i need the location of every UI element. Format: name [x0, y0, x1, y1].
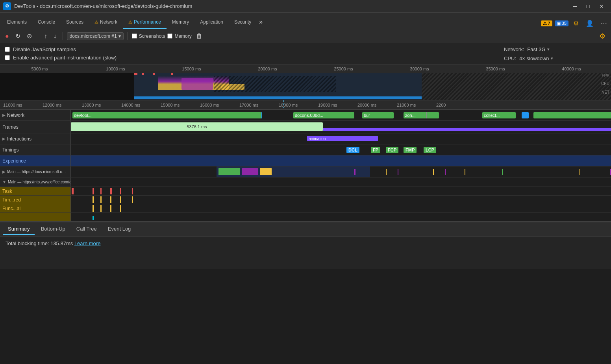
interactions-track-label[interactable]: ▶ Interactions: [0, 133, 71, 144]
profile-button[interactable]: 👤: [583, 18, 596, 29]
marker-2: [142, 73, 144, 75]
dtick-20000: 20000 ms: [356, 103, 395, 107]
experience-label: Experience: [2, 158, 26, 164]
net-bar-bur[interactable]: bur: [362, 112, 394, 118]
tab-event-log[interactable]: Event Log: [103, 224, 136, 235]
clear-recording-button[interactable]: 🗑: [194, 31, 204, 41]
tab-memory[interactable]: Memory: [167, 16, 194, 29]
tick-35000: 35000 ms: [457, 67, 533, 71]
overview-right-hatch: [422, 73, 611, 100]
main1-purple-block: [242, 168, 258, 175]
net-bar-docons[interactable]: docons.03bd...: [293, 112, 354, 118]
main1-bar6: [465, 169, 465, 175]
overview-tracks: FPS CPU NET: [0, 73, 611, 100]
timer-track-label: Tim...red: [0, 196, 71, 204]
main2-track-label[interactable]: ▼ Main — https://ntp.www.office.com/antp…: [0, 177, 71, 187]
task-bar-4: [110, 188, 112, 194]
experience-track-label: Experience: [0, 155, 71, 166]
overview-timescale: 5000 ms 10000 ms 15000 ms 20000 ms 25000…: [0, 65, 611, 73]
dtick-11000: 11000 ms: [2, 103, 41, 107]
zoh-marker: [426, 112, 427, 118]
memory-checkbox[interactable]: Memory: [167, 33, 191, 39]
net-bar-blue[interactable]: [522, 112, 529, 118]
task-bar-1: [72, 188, 74, 194]
timer-track: Tim...red: [0, 196, 611, 204]
reload-button[interactable]: ↻: [13, 31, 22, 41]
tab-elements[interactable]: Elements: [2, 16, 32, 29]
stop-button[interactable]: ⊘: [25, 31, 34, 41]
enable-paint-checkbox[interactable]: [5, 55, 10, 60]
net-bar-zoh[interactable]: zoh...: [404, 112, 439, 118]
settings-gear-button[interactable]: ⚙: [571, 18, 581, 29]
interactions-track-content: animation: [71, 133, 611, 144]
timer-bar-4: [120, 196, 121, 203]
main1-bar2: [386, 169, 387, 175]
playhead-line: [283, 100, 284, 109]
more-tabs-button[interactable]: »: [257, 15, 265, 29]
tick-5000: 5000 ms: [2, 67, 78, 71]
main1-bar1: [354, 169, 355, 175]
tab-summary[interactable]: Summary: [3, 224, 35, 235]
tab-network[interactable]: ⚠Network: [89, 16, 123, 29]
tab-performance[interactable]: ⚠Performance: [123, 16, 167, 29]
dtick-12000: 12000 ms: [41, 103, 80, 107]
frames-track-content: 5376.1 ms: [71, 121, 611, 133]
recording-toolbar: ● ↻ ⊘ ↑ ↓ docs.microsoft.com #1 ▾ Screen…: [0, 29, 611, 43]
extra-track: [0, 213, 611, 222]
enable-paint-row: Enable advanced paint instrumentation (s…: [5, 55, 496, 61]
tab-sources[interactable]: Sources: [61, 16, 89, 29]
network-track-label[interactable]: ▶ Network: [0, 110, 71, 120]
cpu-setting-label: CPU:: [504, 55, 516, 61]
cpu-throttle-dropdown[interactable]: 4× slowdown ▾: [519, 55, 553, 61]
dtick-16000: 16000 ms: [198, 103, 238, 107]
tab-application[interactable]: Application: [194, 16, 229, 29]
overview-diagonal-pattern: [214, 76, 336, 92]
tick-25000: 25000 ms: [306, 67, 381, 71]
disable-js-checkbox[interactable]: [5, 47, 10, 52]
window-title: DevTools - docs.microsoft.com/en-us/micr…: [14, 3, 566, 9]
profile-selector[interactable]: docs.microsoft.com #1 ▾: [67, 32, 124, 40]
learn-more-link[interactable]: Learn more: [74, 240, 100, 246]
main1-track-label[interactable]: ▶ Main — https://docs.microsoft.com/en-u…: [0, 166, 71, 177]
more-options-button[interactable]: ⋯: [598, 18, 609, 29]
overview-markers: [134, 73, 421, 75]
net-bar-collect[interactable]: collect...: [482, 112, 516, 118]
frames-track-label: Frames: [0, 121, 71, 133]
dtick-17000: 17000 ms: [238, 103, 277, 107]
record-button[interactable]: ●: [3, 31, 11, 41]
main1-bar5: [445, 169, 446, 175]
screenshots-checkbox[interactable]: Screenshots: [132, 33, 165, 39]
timeline-overview[interactable]: 5000 ms 10000 ms 15000 ms 20000 ms 25000…: [0, 65, 611, 100]
network-throttle-setting: Network: Fast 3G ▾: [504, 46, 550, 52]
dtick-14000: 14000 ms: [120, 103, 159, 107]
network-throttle-dropdown[interactable]: Fast 3G ▾: [527, 46, 549, 52]
info-badge: ▣ 35: [555, 20, 568, 26]
marker-3: [153, 73, 155, 75]
close-button[interactable]: ✕: [595, 2, 608, 11]
tab-bottom-up[interactable]: Bottom-Up: [36, 224, 70, 235]
minimize-button[interactable]: ─: [569, 2, 581, 11]
toolbar-settings-button[interactable]: ⚙: [597, 30, 608, 42]
tab-console[interactable]: Console: [32, 16, 61, 29]
timing-lcp: LCP: [424, 147, 436, 153]
cpu-purple: [181, 78, 213, 90]
overview-blue-bar: [134, 96, 421, 99]
download-button[interactable]: ↓: [52, 31, 59, 41]
detail-area: 11000 ms 12000 ms 13000 ms 14000 ms 1500…: [0, 100, 611, 222]
timer-track-content: [71, 196, 611, 204]
window-controls: ─ □ ✕: [569, 2, 608, 11]
net-label: NET: [602, 90, 609, 94]
dtick-15000: 15000 ms: [159, 103, 198, 107]
dtick-13000: 13000 ms: [80, 103, 120, 107]
maximize-button[interactable]: □: [583, 2, 594, 11]
main1-yellow-block: [260, 168, 272, 175]
net-bar-devtool[interactable]: devtool...: [72, 112, 261, 118]
tab-security[interactable]: Security: [229, 16, 257, 29]
frame-bar-main: 5376.1 ms: [71, 122, 323, 131]
timer-bar-3: [110, 196, 111, 203]
net-bar-long[interactable]: [533, 112, 611, 118]
upload-button[interactable]: ↑: [42, 31, 49, 41]
main1-green-block: [218, 168, 240, 175]
tab-call-tree[interactable]: Call Tree: [72, 224, 102, 235]
extra-track-content: [71, 213, 611, 221]
